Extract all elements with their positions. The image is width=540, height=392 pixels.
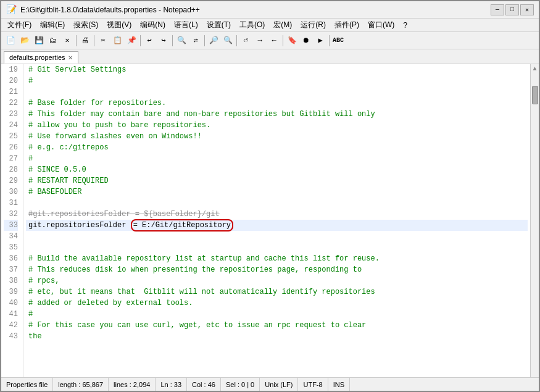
line-num-28: 28 [4, 164, 18, 175]
app-icon: 📝 [6, 4, 17, 15]
code-line-21 [26, 86, 528, 98]
status-filetype: Properties file [6, 378, 53, 391]
line-num-37: 37 [4, 264, 18, 275]
undo-button[interactable]: ↩ [143, 34, 156, 48]
print-button[interactable]: 🖨 [78, 34, 92, 48]
tab-filename: defaults.properties [9, 54, 65, 61]
cut-button[interactable]: ✂ [96, 34, 110, 48]
maximize-button[interactable]: □ [505, 4, 519, 15]
status-lines: lines : 2,094 [109, 378, 156, 391]
code-line-19: # Git Servlet Settings [26, 64, 528, 75]
line-num-29: 29 [4, 175, 18, 186]
code-line-39: # etc, but it means that Gitblit will no… [26, 286, 528, 298]
line-num-22: 22 [4, 98, 18, 109]
line-num-36: 36 [4, 253, 18, 264]
zoom-in-button[interactable]: 🔎 [207, 34, 220, 48]
scroll-up-arrow[interactable]: ▲ [531, 64, 538, 73]
code-line-24: # allow you to push to bare repositories… [26, 120, 528, 131]
sep6 [236, 35, 237, 46]
code-line-36: # Build the available repository list at… [26, 253, 528, 264]
code-line-40: # added or deleted by external tools. [26, 298, 528, 309]
code-line-20: # [26, 75, 528, 86]
menu-settings[interactable]: 设置(T) [203, 19, 235, 31]
menu-search[interactable]: 搜索(S) [70, 19, 102, 31]
sep5 [204, 35, 205, 46]
line-num-38: 38 [4, 275, 18, 286]
menu-language[interactable]: 语言(L) [170, 19, 202, 31]
line-num-30: 30 [4, 186, 18, 198]
code-content[interactable]: # Git Servlet Settings # # Base folder f… [23, 64, 530, 377]
status-length: length : 65,867 [53, 378, 109, 391]
zoom-out-button[interactable]: 🔍 [221, 34, 235, 48]
menu-file[interactable]: 文件(F) [4, 19, 35, 31]
status-ln: Ln : 33 [156, 378, 187, 391]
tab-close-icon[interactable]: ✕ [68, 54, 73, 61]
status-eol: Unix (LF) [260, 378, 298, 391]
outdent-button[interactable]: ← [267, 34, 281, 48]
menu-macro[interactable]: 宏(M) [270, 19, 296, 31]
macro-record-button[interactable]: ⏺ [299, 34, 313, 48]
find-button[interactable]: 🔍 [175, 34, 188, 48]
menu-view[interactable]: 视图(V) [103, 19, 135, 31]
line-numbers: 19 20 21 22 23 24 25 26 27 28 29 30 31 3… [1, 64, 23, 377]
code-line-26: # e.g. c:/gitrepos [26, 142, 528, 153]
menu-edit[interactable]: 编辑(E) [36, 19, 69, 31]
wrap-button[interactable]: ⏎ [239, 34, 252, 48]
close-button[interactable]: ✕ [60, 34, 74, 48]
line-num-43: 43 [4, 331, 18, 342]
line-num-33: 33 [4, 220, 18, 231]
code-line-43: the [26, 331, 528, 342]
code-line-30: # BASEFOLDER [26, 186, 528, 198]
status-bar: Properties file length : 65,867 lines : … [1, 377, 539, 391]
menu-tools[interactable]: 工具(O) [236, 19, 268, 31]
code-line-25: # Use forward slashes even on Windows!! [26, 131, 528, 142]
code-line-41: # [26, 309, 528, 320]
line-num-39: 39 [4, 286, 18, 298]
indent-button[interactable]: → [253, 34, 267, 48]
code-line-27: # [26, 153, 528, 164]
close-button[interactable]: ✕ [520, 4, 534, 15]
title-bar: 📝 E:\Git\gitblit-1.8.0\data\defaults.pro… [1, 1, 539, 19]
line-num-32: 32 [4, 209, 18, 220]
menu-window[interactable]: 窗口(W) [364, 19, 398, 31]
menu-run[interactable]: 运行(R) [297, 19, 330, 31]
vertical-scrollbar[interactable]: ▲ [530, 64, 539, 377]
editor-area[interactable]: 19 20 21 22 23 24 25 26 27 28 29 30 31 3… [1, 64, 530, 377]
menu-plugins[interactable]: 插件(P) [331, 19, 363, 31]
line-num-34: 34 [4, 231, 18, 242]
line-num-35: 35 [4, 242, 18, 253]
status-encoding: UTF-8 [298, 378, 328, 391]
status-ins: INS [328, 378, 350, 391]
sep3 [140, 35, 141, 46]
code-line-37: # This reduces disk io when presenting t… [26, 264, 528, 275]
line-num-42: 42 [4, 320, 18, 331]
line-num-21: 21 [4, 86, 18, 98]
menu-encode[interactable]: 编码(N) [136, 19, 169, 31]
replace-button[interactable]: ⇌ [189, 34, 202, 48]
menu-help[interactable]: ? [399, 20, 411, 31]
code-line-35 [26, 242, 528, 253]
copy-button[interactable]: 📋 [110, 34, 124, 48]
code-line-33: git.repositoriesFolder = E:/Git/gitRepos… [26, 220, 528, 231]
code-line-34 [26, 231, 528, 242]
save-button[interactable]: 💾 [32, 34, 46, 48]
new-button[interactable]: 📄 [4, 34, 17, 48]
open-button[interactable]: 📂 [18, 34, 31, 48]
scroll-thumb[interactable] [532, 86, 538, 104]
window-controls: — □ ✕ [491, 4, 534, 15]
line-num-19: 19 [4, 64, 18, 75]
code-line-28: # SINCE 0.5.0 [26, 164, 528, 175]
bookmark-button[interactable]: 🔖 [285, 34, 299, 48]
paste-button[interactable]: 📌 [125, 34, 138, 48]
line-num-24: 24 [4, 120, 18, 131]
save-all-button[interactable]: 🗂 [46, 34, 60, 48]
spell-check-button[interactable]: ABC [331, 34, 345, 48]
line-num-41: 41 [4, 309, 18, 320]
minimize-button[interactable]: — [491, 4, 504, 15]
tab-defaults-properties[interactable]: defaults.properties ✕ [4, 51, 78, 64]
tab-bar: defaults.properties ✕ [1, 49, 539, 64]
macro-play-button[interactable]: ▶ [314, 34, 327, 48]
sep1 [76, 35, 77, 46]
redo-button[interactable]: ↪ [157, 34, 170, 48]
code-line-32: #git.repositoriesFolder = ${baseFolder}/… [26, 209, 528, 220]
